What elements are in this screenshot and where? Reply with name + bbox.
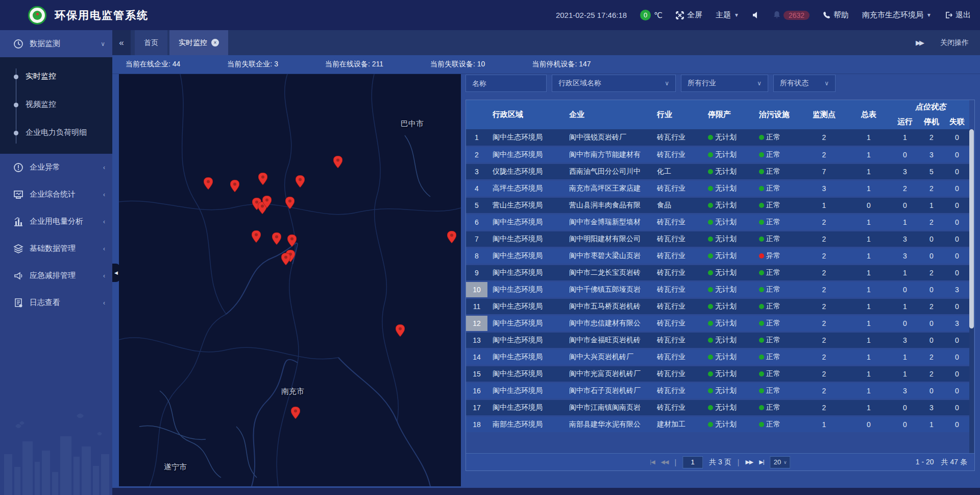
sidebar-item-0-2[interactable]: 企业电力负荷明细 — [0, 119, 112, 147]
name-input[interactable] — [472, 79, 540, 87]
page-size-select[interactable]: 20 ∨ — [770, 456, 791, 468]
cell-seq: 6 — [466, 214, 487, 230]
table-scrollbar[interactable] — [969, 129, 974, 454]
cell-points: 7 — [802, 163, 846, 180]
map-pin-icon[interactable] — [296, 175, 305, 187]
chevron-down-icon: ∨ — [783, 460, 787, 465]
sidebar-group-3[interactable]: 企业用电量分析‹ — [0, 208, 112, 235]
map-pin-icon[interactable] — [285, 197, 295, 209]
map-pin-icon[interactable] — [272, 232, 281, 245]
table-row[interactable]: 4高坪生态环境局南充市高坪区王家店建砖瓦行业无计划正常31220 — [466, 180, 969, 197]
tabs-scroll-left-button[interactable]: « — [112, 30, 131, 55]
name-filter[interactable] — [465, 75, 547, 92]
map-pin-icon[interactable] — [252, 230, 261, 243]
cell-stop-status: 无计划 — [703, 281, 754, 298]
table-row[interactable]: 18南部生态环境局南部县建华水泥有限公建材加工无计划正常10010 — [466, 416, 969, 433]
chevron-down-icon: ∨ — [757, 80, 762, 87]
sidebar-group-label: 企业用电量分析 — [30, 217, 103, 226]
logout-button[interactable]: 退出 — [945, 10, 971, 20]
table-row[interactable]: 5营山生态环境局营山县润丰肉食品有限食品无计划正常10010 — [466, 197, 969, 214]
cell-company: 阆中市五马桥页岩机砖 — [564, 298, 652, 315]
mute-button[interactable] — [752, 11, 760, 19]
notifications-button[interactable]: 2632 — [773, 11, 810, 20]
stat-item-4: 当前停机设备: 147 — [532, 60, 591, 69]
table-row[interactable]: 16阆中生态环境局阆中市石子页岩机砖厂砖瓦行业无计划正常21300 — [466, 382, 969, 399]
cell-lost: 0 — [945, 230, 969, 247]
cell-meters: 1 — [846, 399, 892, 416]
tab-close-icon[interactable]: × — [211, 39, 219, 46]
cell-halt: 2 — [918, 365, 945, 382]
scrollbar-thumb[interactable] — [969, 129, 974, 328]
sidebar-group-label: 应急减排管理 — [30, 271, 103, 280]
cell-run: 3 — [892, 332, 918, 348]
tabs-scroll-right-icon[interactable]: ▶▶ — [911, 30, 928, 55]
map-pin-icon[interactable] — [291, 407, 300, 419]
org-dropdown[interactable]: 南充市生态环境局 ▼ — [862, 10, 932, 20]
tab-1[interactable]: 实时监控× — [169, 30, 228, 55]
cell-region: 阆中生态环境局 — [487, 332, 564, 348]
sidebar-group-6[interactable]: 日志查看‹ — [0, 289, 112, 316]
map-pin-icon[interactable] — [396, 324, 405, 337]
table-row[interactable]: 12阆中生态环境局阆中市忠信建材有限公砖瓦行业无计划正常21003 — [466, 315, 969, 332]
prev-page-button[interactable]: ◀◀ — [661, 459, 669, 465]
table-row[interactable]: 7阆中生态环境局阆中明阳建材有限公司砖瓦行业无计划正常21300 — [466, 230, 969, 247]
table-row[interactable]: 14阆中生态环境局阆中大兴页岩机砖厂砖瓦行业无计划正常21120 — [466, 348, 969, 365]
sidebar-group-4[interactable]: 基础数据管理‹ — [0, 235, 112, 262]
sidebar-group-5[interactable]: 应急减排管理‹ — [0, 262, 112, 289]
table-row[interactable]: 9阆中生态环境局阆中市二龙长宝页岩砖砖瓦行业无计划正常21120 — [466, 264, 969, 281]
sidebar-item-0-1[interactable]: 视频监控 — [0, 90, 112, 119]
map-pin-icon[interactable] — [258, 173, 267, 185]
help-button[interactable]: 帮助 — [823, 10, 849, 20]
map-pin-icon[interactable] — [447, 231, 456, 243]
map-pin-icon[interactable] — [287, 234, 297, 247]
cell-halt: 2 — [918, 264, 945, 281]
page-number-input[interactable] — [682, 456, 703, 468]
status-select[interactable]: 所有状态 ∨ — [773, 75, 836, 92]
cell-halt: 0 — [918, 247, 945, 264]
industry-select[interactable]: 所有行业 ∨ — [681, 75, 768, 92]
map-pin-icon[interactable] — [204, 177, 213, 190]
table-row[interactable]: 6阆中生态环境局阆中市金博瑞新型墙材砖瓦行业无计划正常21120 — [466, 214, 969, 230]
cell-facility-status: 正常 — [754, 315, 802, 332]
cell-stop-status: 无计划 — [703, 399, 754, 416]
cell-lost: 0 — [945, 247, 969, 264]
fullscreen-button[interactable]: 全屏 — [676, 10, 702, 20]
map-city-label: 遂宁市 — [164, 462, 187, 472]
cell-run: 0 — [892, 146, 918, 163]
map-pin-icon[interactable] — [333, 156, 342, 168]
table-row[interactable]: 15阆中生态环境局阆中市光富页岩机砖厂砖瓦行业无计划正常21120 — [466, 365, 969, 382]
table-row[interactable]: 2阆中生态环境局阆中市南方节能建材有砖瓦行业无计划正常21030 — [466, 146, 969, 163]
table-row[interactable]: 8阆中生态环境局阆中市枣碧大梁山页岩砖瓦行业无计划异常21300 — [466, 247, 969, 264]
layers-icon — [13, 244, 23, 254]
next-page-button[interactable]: ▶▶ — [745, 459, 753, 465]
map-pin-icon[interactable] — [262, 196, 272, 208]
sidebar-item-0-0[interactable]: 实时监控 — [0, 62, 112, 90]
map-pin-icon[interactable] — [281, 253, 290, 265]
table-row[interactable]: 13阆中生态环境局阆中市金福旺页岩机砖砖瓦行业无计划正常21300 — [466, 332, 969, 348]
region-select[interactable]: 行政区域名称 ∨ — [552, 75, 676, 92]
sidebar-group-2[interactable]: 企业综合统计‹ — [0, 181, 112, 208]
cell-company: 阆中强锐页岩砖厂 — [564, 129, 652, 146]
table-row[interactable]: 3仪陇生态环境局西南油气田分公司川中化工无计划正常71350 — [466, 163, 969, 180]
table-row[interactable]: 11阆中生态环境局阆中市五马桥页岩机砖砖瓦行业无计划正常21120 — [466, 298, 969, 315]
sidebar-group-0[interactable]: 数据监测∨ — [0, 30, 112, 57]
tab-0[interactable]: 首页 — [135, 30, 167, 55]
cell-halt: 0 — [918, 281, 945, 298]
map-pin-icon[interactable] — [230, 180, 239, 192]
chevron-down-icon: ∨ — [101, 40, 105, 48]
status-dot-icon — [759, 253, 764, 258]
table-row[interactable]: 10阆中生态环境局阆中千佛镇五郎垭页岩砖瓦行业无计划正常21003 — [466, 281, 969, 298]
cell-run: 1 — [892, 129, 918, 146]
map-panel[interactable]: 巴中市南充市遂宁市 — [119, 74, 461, 486]
theme-button[interactable]: 主题 ▼ — [716, 10, 739, 20]
table-row[interactable]: 1阆中生态环境局阆中强锐页岩砖厂砖瓦行业无计划正常21120 — [466, 129, 969, 146]
close-operations-button[interactable]: 关闭操作 — [928, 30, 980, 55]
sidebar-collapse-handle[interactable]: ◀ — [112, 264, 120, 282]
sidebar-group-1[interactable]: 企业异常‹ — [0, 154, 112, 181]
first-page-button[interactable]: |◀ — [650, 459, 654, 465]
region-select-value: 行政区域名称 — [558, 79, 657, 88]
last-page-button[interactable]: ▶| — [759, 459, 764, 465]
cell-company: 西南油气田分公司川中 — [564, 163, 652, 180]
header-datetime: 2021-02-25 17:46:18 — [556, 11, 627, 19]
table-row[interactable]: 17阆中生态环境局阆中市江南镇阆南页岩砖瓦行业无计划正常21030 — [466, 399, 969, 416]
